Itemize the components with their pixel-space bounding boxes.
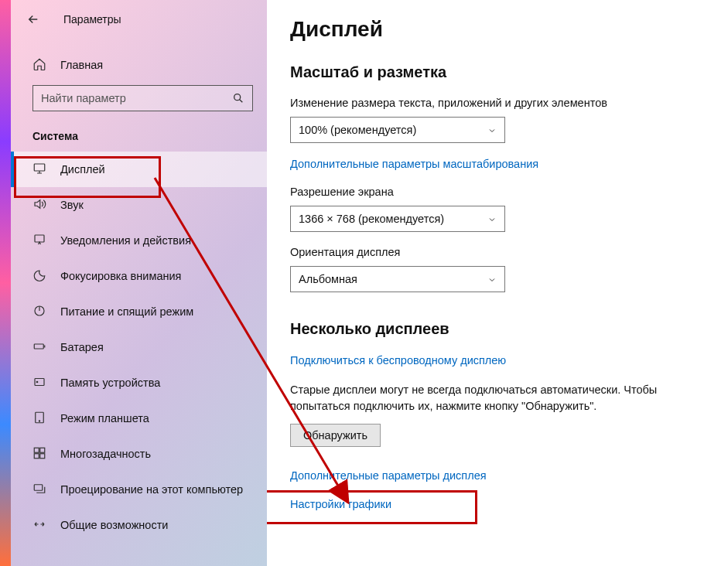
- detect-button[interactable]: Обнаружить: [290, 424, 381, 447]
- tablet-icon: [32, 411, 48, 426]
- notify-icon: [32, 233, 48, 248]
- search-field[interactable]: [41, 92, 219, 104]
- shared-icon: [32, 517, 48, 533]
- app-title: Параметры: [63, 13, 121, 26]
- home-label: Главная: [60, 59, 103, 71]
- sidebar-item-label: Общие возможности: [60, 519, 168, 531]
- battery-icon: [32, 339, 48, 355]
- sound-icon: [32, 197, 48, 213]
- graphics-settings-link[interactable]: Настройки графики: [290, 498, 391, 510]
- scale-label: Изменение размера текста, приложений и д…: [290, 97, 705, 109]
- resolution-select[interactable]: 1366 × 768 (рекомендуется): [290, 206, 505, 232]
- svg-rect-10: [40, 448, 45, 452]
- section-scale-title: Масштаб и разметка: [290, 63, 705, 81]
- chevron-down-icon: [487, 214, 497, 223]
- chevron-down-icon: [487, 125, 497, 135]
- multi-icon: [32, 446, 48, 462]
- sidebar-item-focus[interactable]: Фокусировка внимания: [11, 258, 267, 294]
- sidebar-item-power[interactable]: Питание и спящий режим: [11, 294, 267, 329]
- section-multiple-title: Несколько дисплеев: [290, 320, 705, 338]
- page-title: Дисплей: [290, 17, 705, 42]
- power-icon: [32, 304, 48, 319]
- svg-point-0: [234, 94, 241, 101]
- sidebar-item-label: Уведомления и действия: [60, 234, 191, 247]
- svg-rect-2: [35, 235, 44, 242]
- sidebar-item-label: Режим планшета: [60, 412, 149, 424]
- sidebar-item-label: Фокусировка внимания: [60, 270, 181, 282]
- focus-icon: [32, 268, 48, 284]
- sidebar-item-tablet[interactable]: Режим планшета: [11, 401, 267, 436]
- main-content: Дисплей Масштаб и разметка Изменение раз…: [267, 0, 728, 566]
- svg-rect-13: [34, 485, 43, 491]
- sidebar-item-label: Проецирование на этот компьютер: [60, 483, 243, 496]
- sidebar-item-project[interactable]: Проецирование на этот компьютер: [11, 472, 267, 507]
- home-icon: [32, 57, 48, 73]
- group-header: Система: [11, 130, 267, 152]
- sidebar-item-storage[interactable]: Память устройства: [11, 365, 267, 401]
- sidebar-item-label: Питание и спящий режим: [60, 305, 193, 318]
- sidebar-item-multi[interactable]: Многозадачность: [11, 436, 267, 472]
- sidebar-item-shared[interactable]: Общие возможности: [11, 507, 267, 543]
- sidebar-item-notify[interactable]: Уведомления и действия: [11, 223, 267, 258]
- project-icon: [32, 482, 48, 497]
- scale-select[interactable]: 100% (рекомендуется): [290, 117, 505, 143]
- wireless-display-link[interactable]: Подключиться к беспроводному дисплею: [290, 354, 506, 367]
- sidebar-item-battery[interactable]: Батарея: [11, 329, 267, 365]
- svg-rect-11: [34, 454, 39, 459]
- orientation-value: Альбомная: [299, 273, 357, 285]
- advanced-display-link[interactable]: Дополнительные параметры дисплея: [290, 469, 487, 482]
- storage-icon: [32, 375, 48, 390]
- svg-point-6: [36, 381, 38, 383]
- sidebar-item-sound[interactable]: Звук: [11, 187, 267, 223]
- back-button[interactable]: [25, 11, 42, 28]
- titlebar: Параметры: [11, 0, 267, 36]
- sidebar-item-label: Память устройства: [60, 377, 160, 389]
- display-icon: [32, 162, 48, 177]
- sidebar-item-label: Звук: [60, 199, 84, 211]
- search-input[interactable]: [32, 85, 253, 111]
- resolution-label: Разрешение экрана: [290, 186, 705, 198]
- search-icon: [232, 92, 244, 104]
- detect-description: Старые дисплеи могут не всегда подключат…: [290, 382, 661, 414]
- sidebar-item-display[interactable]: Дисплей: [11, 152, 267, 187]
- svg-rect-9: [34, 448, 39, 452]
- decorative-strip: [0, 0, 11, 566]
- advanced-scaling-link[interactable]: Дополнительные параметры масштабирования: [290, 158, 538, 170]
- orientation-select[interactable]: Альбомная: [290, 266, 505, 292]
- svg-rect-12: [40, 454, 45, 459]
- sidebar-item-label: Дисплей: [60, 163, 105, 176]
- svg-point-8: [39, 421, 39, 421]
- scale-value: 100% (рекомендуется): [299, 124, 416, 136]
- orientation-label: Ориентация дисплея: [290, 246, 705, 258]
- svg-rect-1: [34, 164, 45, 171]
- home-nav[interactable]: Главная: [11, 49, 267, 85]
- svg-rect-4: [34, 344, 43, 349]
- chevron-down-icon: [487, 274, 497, 284]
- sidebar-item-label: Многозадачность: [60, 448, 151, 460]
- sidebar-item-label: Батарея: [60, 341, 104, 353]
- resolution-value: 1366 × 768 (рекомендуется): [299, 213, 444, 225]
- sidebar: Параметры Главная Система ДисплейЗвукУве…: [11, 0, 267, 566]
